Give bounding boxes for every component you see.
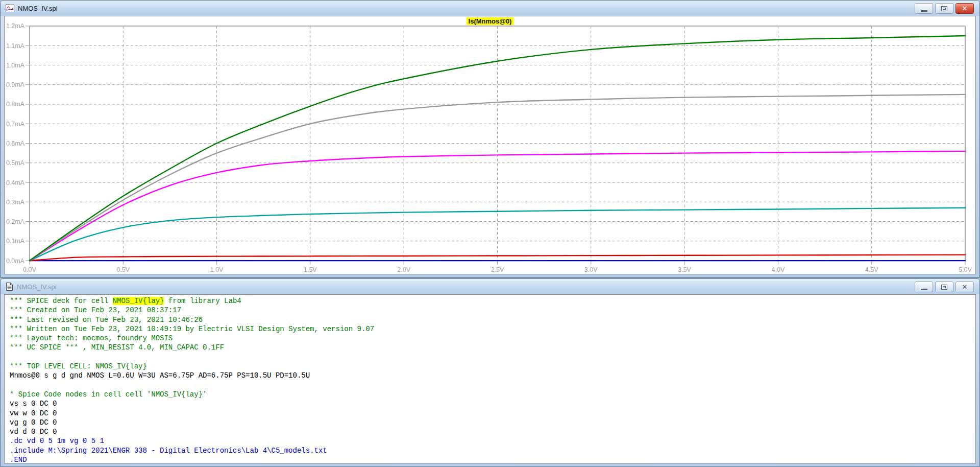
x-tick-label: 1.0V xyxy=(210,266,224,273)
code-line: .include M:\Spring 2021\ENGR 338 - Digit… xyxy=(10,446,975,455)
code-line xyxy=(10,353,975,362)
y-tick-label: 1.0mA xyxy=(6,62,25,69)
code-line: *** Created on Tue Feb 23, 2021 08:37:17 xyxy=(10,306,975,315)
waveform-icon[interactable] xyxy=(6,4,14,12)
code-line: *** SPICE deck for cell NMOS_IV{lay} fro… xyxy=(10,296,975,306)
y-tick-label: 1.1mA xyxy=(6,42,25,50)
y-tick-label: 0.4mA xyxy=(6,179,25,186)
editor-restore-button[interactable] xyxy=(935,282,953,292)
code-line: vg g 0 DC 0 xyxy=(10,418,975,427)
close-button[interactable]: ✕ xyxy=(955,3,974,14)
plot-window-title: NMOS_IV.spi xyxy=(18,5,58,12)
y-tick-label: 0.5mA xyxy=(6,159,25,167)
y-tick-label: 0.7mA xyxy=(6,121,25,128)
plot-canvas[interactable]: 0.0mA0.1mA0.2mA0.3mA0.4mA0.5mA0.6mA0.7mA… xyxy=(5,16,975,274)
code-line xyxy=(10,381,975,390)
x-tick-label: 4.0V xyxy=(772,266,785,273)
x-tick-label: 5.0V xyxy=(959,266,972,273)
restore-button[interactable] xyxy=(935,3,953,14)
x-tick-label: 2.5V xyxy=(491,266,504,273)
editor-window-title: NMOS_IV.spi xyxy=(17,283,57,291)
code-line: *** Written on Tue Feb 23, 2021 10:49:19… xyxy=(10,324,975,334)
code-line: *** Layout tech: mocmos, foundry MOSIS xyxy=(10,334,975,343)
y-tick-label: 0.1mA xyxy=(6,238,25,245)
code-line: *** Last revised on Tue Feb 23, 2021 10:… xyxy=(10,315,975,324)
y-tick-label: 0.2mA xyxy=(6,218,25,225)
editor-close-button[interactable]: ✕ xyxy=(955,282,974,292)
code-editor[interactable]: *** SPICE deck for cell NMOS_IV{lay} fro… xyxy=(5,295,975,463)
code-line: * Spice Code nodes in cell cell 'NMOS_IV… xyxy=(10,390,975,399)
minimize-button[interactable] xyxy=(915,3,933,14)
code-line: *** UC SPICE *** , MIN_RESIST 4.0, MIN_C… xyxy=(10,343,975,352)
code-line: *** TOP LEVEL CELL: NMOS_IV{lay} xyxy=(10,362,975,371)
code-line: .END xyxy=(10,455,975,463)
editor-client-area: *** SPICE deck for cell NMOS_IV{lay} fro… xyxy=(4,294,976,463)
y-tick-label: 0.9mA xyxy=(6,81,25,88)
x-tick-label: 4.5V xyxy=(865,266,878,273)
editor-window: NMOS_IV.spi ✕ *** SPICE deck for cell NM… xyxy=(0,278,980,467)
x-tick-label: 2.0V xyxy=(397,266,410,273)
highlighted-text: NMOS_IV{lay} xyxy=(113,297,164,305)
code-line: vs s 0 DC 0 xyxy=(10,399,975,408)
trace-legend[interactable]: Is(Mnmos@0) xyxy=(467,17,514,25)
y-tick-label: 0.8mA xyxy=(6,101,25,108)
code-line: .dc vd 0 5 1m vg 0 5 1 xyxy=(10,436,975,446)
plot-titlebar[interactable]: NMOS_IV.spi ✕ xyxy=(1,1,979,16)
code-line: vd d 0 DC 0 xyxy=(10,427,975,436)
x-tick-label: 0.5V xyxy=(116,266,130,273)
y-tick-label: 0.6mA xyxy=(6,140,25,147)
y-tick-label: 0.0mA xyxy=(6,258,25,265)
x-tick-label: 3.5V xyxy=(678,266,691,273)
x-tick-label: 0.0V xyxy=(23,266,36,273)
y-tick-label: 0.3mA xyxy=(6,199,25,206)
plot-client-area: 0.0mA0.1mA0.2mA0.3mA0.4mA0.5mA0.6mA0.7mA… xyxy=(4,16,976,274)
code-line: vw w 0 DC 0 xyxy=(10,409,975,418)
plot-window: NMOS_IV.spi ✕ 0.0mA0.1mA0.2mA0.3mA0.4mA0… xyxy=(0,0,980,278)
code-line: Mnmos@0 s g d gnd NMOS L=0.6U W=3U AS=6.… xyxy=(10,371,975,380)
editor-titlebar[interactable]: NMOS_IV.spi ✕ xyxy=(1,279,979,294)
document-icon[interactable] xyxy=(6,283,13,291)
y-tick-label: 1.2mA xyxy=(6,22,25,30)
editor-minimize-button[interactable] xyxy=(915,282,933,292)
x-tick-label: 1.5V xyxy=(304,266,317,273)
x-tick-label: 3.0V xyxy=(584,266,598,273)
